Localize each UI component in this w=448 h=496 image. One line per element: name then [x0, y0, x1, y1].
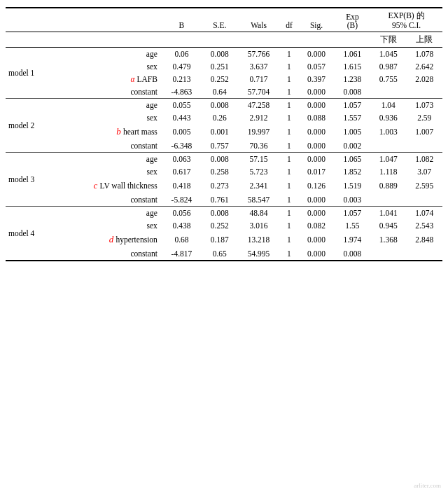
se-val: 0.251 — [202, 60, 237, 73]
expb-val: 1.557 — [335, 111, 370, 124]
subheader-empty — [6, 32, 162, 48]
se-val: 0.008 — [202, 48, 237, 61]
df-val: 1 — [280, 178, 299, 193]
model-label-1: model 1 — [6, 48, 54, 99]
wals-val: 57.704 — [237, 85, 279, 99]
subheader-df-empty — [280, 32, 299, 48]
sig-val: 0.000 — [298, 124, 334, 139]
subheader-expb-empty — [335, 32, 370, 48]
b-val: 0.063 — [162, 153, 202, 166]
table-row: constant-4.8170.6554.99510.0000.008 — [6, 247, 442, 261]
header-lower: 下限 — [370, 32, 406, 48]
expb-val: 1.005 — [335, 124, 370, 139]
se-val: 0.008 — [202, 153, 237, 166]
df-val: 1 — [280, 219, 299, 232]
se-val: 0.008 — [202, 99, 237, 112]
se-val: 0.65 — [202, 247, 237, 261]
upper-val: 1.007 — [407, 124, 443, 139]
subheader-b-empty — [162, 32, 202, 48]
se-val: 0.757 — [202, 139, 237, 153]
var-label: sex — [54, 60, 162, 73]
header-se: S.E. — [202, 8, 237, 32]
se-val: 0.001 — [202, 124, 237, 139]
model-label-2: model 2 — [6, 99, 54, 153]
b-val: 0.617 — [162, 165, 202, 178]
subheader-se-empty — [202, 32, 237, 48]
var-label: d hypertension — [54, 232, 162, 247]
sig-val: 0.082 — [298, 219, 334, 232]
header-df: df — [280, 8, 299, 32]
table-row: sex0.4380.2523.01610.0821.550.9452.543 — [6, 219, 442, 232]
wals-val: 2.341 — [237, 178, 279, 193]
expb-val: 1.852 — [335, 165, 370, 178]
table-row: c LV wall thickness0.4180.2732.34110.126… — [6, 178, 442, 193]
df-val: 1 — [280, 153, 299, 166]
header-upper: 上限 — [407, 32, 443, 48]
b-val: 0.06 — [162, 48, 202, 61]
df-val: 1 — [280, 207, 299, 220]
b-val: 0.055 — [162, 99, 202, 112]
table-row: constant-4.8630.6457.70410.0000.008 — [6, 85, 442, 99]
lower-val: 1.368 — [370, 232, 406, 247]
se-val: 0.64 — [202, 85, 237, 99]
table-row: model 4age0.0560.00848.8410.0001.0571.04… — [6, 207, 442, 220]
wals-val: 48.84 — [237, 207, 279, 220]
df-val: 1 — [280, 60, 299, 73]
expb-val: 0.002 — [335, 139, 370, 153]
lower-val: 1.047 — [370, 153, 406, 166]
sig-val: 0.000 — [298, 207, 334, 220]
model-label-4: model 4 — [6, 207, 54, 261]
var-label: sex — [54, 165, 162, 178]
sig-val: 0.000 — [298, 153, 334, 166]
df-val: 1 — [280, 99, 299, 112]
lower-val: 1.045 — [370, 48, 406, 61]
upper-val: 1.082 — [407, 153, 443, 166]
table-subheader-row: 下限 上限 — [6, 32, 442, 48]
table-header-row: B S.E. Wals df Sig. Exp(B) EXP(B) 的95% C… — [6, 8, 442, 32]
header-b: B — [162, 8, 202, 32]
lower-val — [370, 247, 406, 261]
upper-val: 2.848 — [407, 232, 443, 247]
upper-val: 2.642 — [407, 60, 443, 73]
se-val: 0.761 — [202, 193, 237, 207]
b-val: 0.418 — [162, 178, 202, 193]
wals-val: 70.36 — [237, 139, 279, 153]
expb-val: 1.55 — [335, 219, 370, 232]
var-label: age — [54, 99, 162, 112]
sig-val: 0.000 — [298, 99, 334, 112]
lower-val: 1.118 — [370, 165, 406, 178]
upper-val: 2.543 — [407, 219, 443, 232]
wals-val: 3.016 — [237, 219, 279, 232]
lower-val: 0.889 — [370, 178, 406, 193]
se-val: 0.252 — [202, 219, 237, 232]
sig-val: 0.000 — [298, 193, 334, 207]
table-row: model 2age0.0550.00847.25810.0001.0571.0… — [6, 99, 442, 112]
sig-val: 0.088 — [298, 111, 334, 124]
wals-val: 47.258 — [237, 99, 279, 112]
model-label-3: model 3 — [6, 153, 54, 207]
b-val: 0.005 — [162, 124, 202, 139]
subheader-wals-empty — [237, 32, 279, 48]
var-label: sex — [54, 219, 162, 232]
upper-val: 1.073 — [407, 99, 443, 112]
var-label: b heart mass — [54, 124, 162, 139]
b-val: 0.443 — [162, 111, 202, 124]
b-val: 0.438 — [162, 219, 202, 232]
b-val: -4.863 — [162, 85, 202, 99]
header-expb: Exp(B) — [335, 8, 370, 32]
header-ci: EXP(B) 的95% C.I. — [370, 8, 442, 32]
var-label: constant — [54, 247, 162, 261]
df-val: 1 — [280, 165, 299, 178]
var-label: age — [54, 207, 162, 220]
var-label: constant — [54, 85, 162, 99]
b-val: 0.056 — [162, 207, 202, 220]
lower-val — [370, 85, 406, 99]
sig-val: 0.057 — [298, 60, 334, 73]
upper-val: 3.07 — [407, 165, 443, 178]
df-val: 1 — [280, 124, 299, 139]
df-val: 1 — [280, 139, 299, 153]
expb-val: 0.003 — [335, 193, 370, 207]
se-val: 0.26 — [202, 111, 237, 124]
table-row: b heart mass0.0050.00119.99710.0001.0051… — [6, 124, 442, 139]
lower-val: 0.987 — [370, 60, 406, 73]
